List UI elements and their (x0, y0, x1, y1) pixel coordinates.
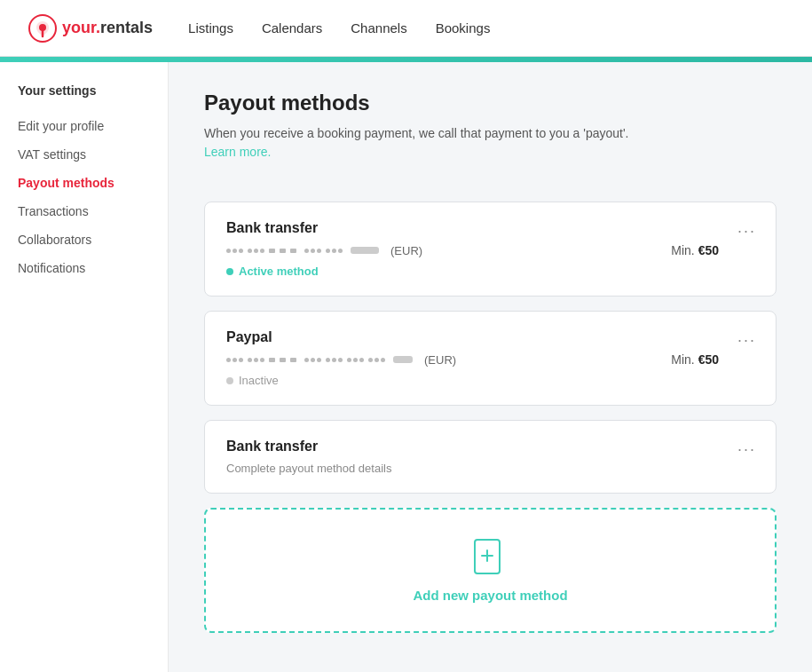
sidebar: Your settings Edit your profile VAT sett… (0, 62, 169, 672)
min-amount-1: Min. €50 (671, 243, 719, 257)
card-paypal: ··· Paypal (204, 311, 777, 406)
card-more-button-2[interactable]: ··· (734, 328, 760, 353)
card-title-3: Bank transfer (226, 439, 754, 455)
sidebar-item-transactions[interactable]: Transactions (0, 197, 168, 225)
main-content: Payout methods When you receive a bookin… (169, 62, 812, 672)
masked-account-2: (EUR) (226, 353, 456, 367)
layout: Your settings Edit your profile VAT sett… (0, 62, 812, 672)
add-label: Add new payout method (413, 588, 567, 603)
payout-cards: ··· Bank transfer (EUR) (204, 202, 777, 633)
logo[interactable]: your.rentals (28, 14, 153, 43)
sidebar-title: Your settings (0, 83, 168, 112)
logo-icon (28, 14, 57, 43)
status-active-1: Active method (226, 265, 754, 278)
card-title-1: Bank transfer (226, 220, 754, 236)
card-details-1: (EUR) (226, 244, 671, 257)
sidebar-item-vat-settings[interactable]: VAT settings (0, 140, 168, 169)
main-nav: Listings Calendars Channels Bookings (188, 20, 490, 36)
min-amount-2: Min. €50 (671, 352, 719, 367)
status-dot-inactive-2 (226, 377, 233, 384)
nav-channels[interactable]: Channels (351, 20, 406, 36)
nav-calendars[interactable]: Calendars (262, 20, 322, 36)
nav-bookings[interactable]: Bookings (436, 20, 491, 36)
card-bank-transfer-incomplete: ··· Bank transfer Complete payout method… (204, 420, 777, 494)
sidebar-item-payout-methods[interactable]: Payout methods (0, 169, 168, 197)
card-more-button-3[interactable]: ··· (734, 437, 760, 462)
description: When you receive a booking payment, we c… (204, 126, 777, 140)
add-file-icon (473, 538, 508, 577)
add-payout-method-card[interactable]: Add new payout method (204, 508, 777, 633)
logo-text: your.rentals (62, 19, 153, 37)
currency-label-1: (EUR) (390, 244, 422, 257)
card-bank-transfer-active: ··· Bank transfer (EUR) (204, 202, 777, 296)
sidebar-item-notifications[interactable]: Notifications (0, 254, 168, 282)
sidebar-item-edit-profile[interactable]: Edit your profile (0, 112, 168, 140)
header: your.rentals Listings Calendars Channels… (0, 0, 812, 57)
currency-label-2: (EUR) (424, 353, 456, 367)
page-title: Payout methods (204, 91, 777, 115)
card-details-2: (EUR) (226, 353, 671, 367)
card-more-button-1[interactable]: ··· (734, 218, 760, 244)
card-incomplete-text: Complete payout method details (226, 462, 754, 475)
sidebar-item-collaborators[interactable]: Collaborators (0, 225, 168, 254)
learn-more-link[interactable]: Learn more. (204, 145, 271, 159)
masked-account-1: (EUR) (226, 244, 422, 257)
status-dot-active-1 (226, 268, 233, 275)
status-inactive-2: Inactive (226, 374, 754, 387)
card-title-2: Paypal (226, 329, 754, 345)
nav-listings[interactable]: Listings (188, 20, 233, 36)
